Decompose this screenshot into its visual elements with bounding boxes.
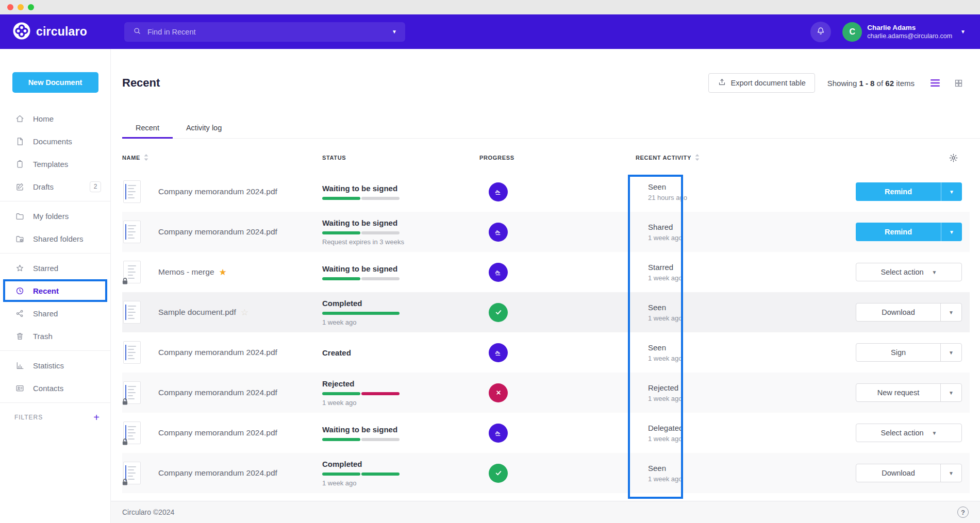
new-request-button[interactable]: New request ▼ xyxy=(856,383,962,402)
status-subtext: 1 week ago xyxy=(322,399,479,407)
help-button[interactable]: ? xyxy=(957,507,969,518)
sidebar-item-trash[interactable]: Trash xyxy=(0,325,110,347)
sidebar-item-shared[interactable]: Shared xyxy=(0,302,110,325)
sidebar-item-my-folders[interactable]: My folders xyxy=(0,205,110,227)
export-document-table-button[interactable]: Export document table xyxy=(708,73,815,93)
action-dropdown-caret-icon[interactable]: ▼ xyxy=(932,269,937,275)
remind-button[interactable]: Remind ▼ xyxy=(856,223,962,241)
user-menu-caret-icon: ▼ xyxy=(960,29,966,35)
download-button[interactable]: Download ▼ xyxy=(856,464,962,482)
sidebar: New Document Home Documents Templates Dr… xyxy=(0,49,111,523)
sign-button[interactable]: Sign ▼ xyxy=(856,343,962,362)
app-logo[interactable]: circularo xyxy=(0,22,111,42)
user-menu[interactable]: C Charlie Adams charlie.adams@circularo.… xyxy=(842,22,966,42)
action-button-label[interactable]: New request xyxy=(856,384,941,401)
table-row[interactable]: Sample document.pdf☆ Completed1 week ago… xyxy=(122,292,970,332)
sidebar-item-home[interactable]: Home xyxy=(0,107,110,130)
table-row[interactable]: Company memorandum 2024.pdf Rejected1 we… xyxy=(122,373,970,413)
add-filter-button[interactable]: + xyxy=(93,412,100,423)
table-settings-gear-icon[interactable] xyxy=(949,153,970,163)
search-input[interactable] xyxy=(147,28,392,36)
table-row[interactable]: Memos - merge★ Waiting to be signed Star… xyxy=(122,252,970,292)
action-button-label[interactable]: Select action xyxy=(881,429,924,437)
status-label: Waiting to be signed xyxy=(322,425,479,434)
document-name[interactable]: Company memorandum 2024.pdf xyxy=(158,227,277,237)
sidebar-item-label: Recent xyxy=(33,286,59,295)
action-button-label[interactable]: Select action xyxy=(881,268,924,276)
column-header-name[interactable]: NAME xyxy=(122,154,322,162)
search-bar[interactable]: ▼ xyxy=(124,22,405,42)
document-name[interactable]: Sample document.pdf xyxy=(158,308,236,317)
circularo-logo-icon xyxy=(12,22,31,42)
action-button-label[interactable]: Sign xyxy=(856,344,941,361)
pen-square-icon xyxy=(14,181,25,192)
window-minimize-button[interactable] xyxy=(18,4,24,10)
status-cell: Waiting to be signed xyxy=(322,425,479,441)
table-row[interactable]: Company memorandum 2024.pdf Waiting to b… xyxy=(122,212,970,252)
select-action-button[interactable]: Select action▼ xyxy=(856,263,962,281)
sidebar-item-templates[interactable]: Templates xyxy=(0,153,110,175)
tab-activity-log[interactable]: Activity log xyxy=(173,117,235,138)
user-name: Charlie Adams xyxy=(867,23,952,32)
action-dropdown-caret-icon[interactable]: ▼ xyxy=(941,344,961,361)
select-action-button[interactable]: Select action▼ xyxy=(856,424,962,442)
status-cell: Completed1 week ago xyxy=(322,299,479,326)
document-name[interactable]: Memos - merge xyxy=(158,267,214,277)
table-row[interactable]: Company memorandum 2024.pdf Waiting to b… xyxy=(122,172,970,212)
search-scope-caret-icon[interactable]: ▼ xyxy=(392,29,397,35)
sort-icon[interactable] xyxy=(695,154,700,162)
download-button[interactable]: Download ▼ xyxy=(856,303,962,322)
sidebar-item-contacts[interactable]: Contacts xyxy=(0,377,110,399)
page-title: Recent xyxy=(122,76,160,90)
tab-recent[interactable]: Recent xyxy=(122,117,173,138)
action-dropdown-caret-icon[interactable]: ▼ xyxy=(932,430,937,436)
sidebar-item-recent[interactable]: Recent xyxy=(3,279,107,302)
table-row[interactable]: Company memorandum 2024.pdf Completed1 w… xyxy=(122,453,970,493)
action-button-label[interactable]: Download xyxy=(856,303,941,321)
status-label: Waiting to be signed xyxy=(322,218,479,227)
recent-activity-cell: Shared 1 week ago xyxy=(636,223,804,242)
document-thumbnail xyxy=(122,261,158,283)
sidebar-item-shared-folders[interactable]: Shared folders xyxy=(0,227,110,250)
action-dropdown-caret-icon[interactable]: ▼ xyxy=(941,303,961,321)
action-dropdown-caret-icon[interactable]: ▼ xyxy=(941,384,961,401)
new-document-button[interactable]: New Document xyxy=(12,72,98,93)
starred-icon[interactable]: ★ xyxy=(219,268,227,277)
sidebar-item-documents[interactable]: Documents xyxy=(0,130,110,153)
action-dropdown-caret-icon[interactable]: ▼ xyxy=(941,223,962,241)
status-label: Rejected xyxy=(322,379,479,388)
list-view-icon[interactable] xyxy=(930,78,940,88)
document-name[interactable]: Company memorandum 2024.pdf xyxy=(158,348,277,357)
table-row[interactable]: Company memorandum 2024.pdf Created Seen… xyxy=(122,332,970,373)
signature-status-icon xyxy=(489,343,508,362)
activity-event: Shared xyxy=(648,223,804,231)
search-icon xyxy=(132,26,142,38)
remind-button[interactable]: Remind ▼ xyxy=(856,182,962,201)
sidebar-item-statistics[interactable]: Statistics xyxy=(0,354,110,377)
action-dropdown-caret-icon[interactable]: ▼ xyxy=(941,182,962,201)
window-zoom-button[interactable] xyxy=(28,4,34,10)
sidebar-item-drafts[interactable]: Drafts 2 xyxy=(0,175,110,198)
document-thumbnail xyxy=(122,301,158,324)
action-dropdown-caret-icon[interactable]: ▼ xyxy=(941,464,961,482)
grid-view-icon[interactable] xyxy=(954,78,964,88)
action-button-label[interactable]: Remind xyxy=(856,223,941,241)
progress-cell xyxy=(479,464,636,483)
lock-icon xyxy=(121,478,129,486)
document-name[interactable]: Company memorandum 2024.pdf xyxy=(158,388,277,397)
document-name[interactable]: Company memorandum 2024.pdf xyxy=(158,468,277,478)
signature-status-icon xyxy=(489,223,508,242)
action-button-label[interactable]: Download xyxy=(856,464,941,482)
notifications-button[interactable] xyxy=(810,22,831,42)
table-row[interactable]: Company memorandum 2024.pdf Waiting to b… xyxy=(122,413,970,453)
sidebar-item-starred[interactable]: Starred xyxy=(0,257,110,279)
star-outline-icon[interactable]: ☆ xyxy=(241,308,248,317)
app-header: circularo ▼ C Charlie Adams charlie.adam… xyxy=(0,14,980,49)
status-label: Created xyxy=(322,348,479,357)
document-name[interactable]: Company memorandum 2024.pdf xyxy=(158,428,277,437)
action-button-label[interactable]: Remind xyxy=(856,182,941,201)
window-close-button[interactable] xyxy=(7,4,13,10)
sort-icon[interactable] xyxy=(144,154,148,162)
column-header-recent-activity[interactable]: RECENT ACTIVITY xyxy=(636,154,804,162)
document-name[interactable]: Company memorandum 2024.pdf xyxy=(158,187,277,196)
